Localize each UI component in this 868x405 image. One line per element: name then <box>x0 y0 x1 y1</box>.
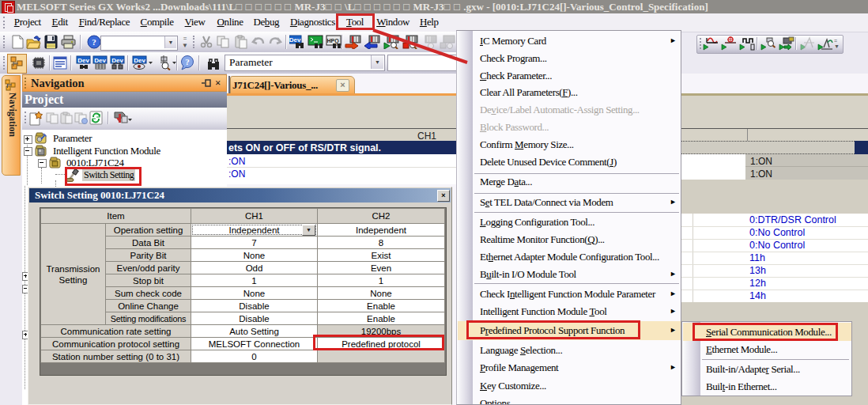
svg-text:HPQ: HPQ <box>326 38 339 44</box>
svg-text:?: ? <box>92 37 96 47</box>
svg-text:Dev: Dev <box>94 57 106 64</box>
svg-text:Dev: Dev <box>77 57 89 64</box>
svg-text:Dev: Dev <box>134 57 145 64</box>
svg-text:?: ? <box>185 57 190 66</box>
svg-text:Dev: Dev <box>111 57 123 64</box>
svg-text:Dev: Dev <box>289 36 301 44</box>
